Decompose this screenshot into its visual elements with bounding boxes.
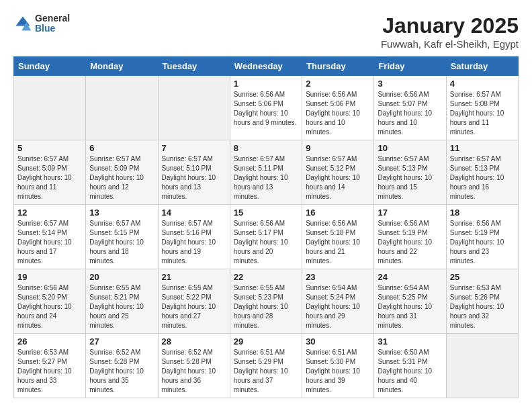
day-info: Sunrise: 6:57 AMSunset: 5:11 PMDaylight … — [234, 154, 298, 201]
calendar-cell: 20Sunrise: 6:55 AMSunset: 5:21 PMDayligh… — [86, 269, 158, 334]
calendar-cell: 31Sunrise: 6:50 AMSunset: 5:31 PMDayligh… — [374, 334, 446, 398]
week-row-0: 1Sunrise: 6:56 AMSunset: 5:06 PMDaylight… — [14, 76, 519, 140]
day-number: 2 — [306, 79, 370, 89]
weekday-header-thursday: Thursday — [302, 57, 374, 76]
calendar-cell: 15Sunrise: 6:56 AMSunset: 5:17 PMDayligh… — [230, 205, 302, 269]
calendar-cell: 23Sunrise: 6:54 AMSunset: 5:24 PMDayligh… — [302, 269, 374, 334]
weekday-header-wednesday: Wednesday — [230, 57, 302, 76]
day-number: 28 — [162, 336, 226, 347]
day-number: 20 — [89, 272, 154, 282]
calendar-cell: 14Sunrise: 6:57 AMSunset: 5:16 PMDayligh… — [158, 205, 230, 269]
calendar-cell: 9Sunrise: 6:57 AMSunset: 5:12 PMDaylight… — [302, 140, 374, 205]
day-number: 10 — [378, 143, 442, 153]
day-info: Sunrise: 6:57 AMSunset: 5:13 PMDaylight … — [450, 154, 515, 201]
calendar-cell: 8Sunrise: 6:57 AMSunset: 5:11 PMDaylight… — [230, 140, 302, 205]
calendar-table: SundayMondayTuesdayWednesdayThursdayFrid… — [13, 56, 519, 398]
day-info: Sunrise: 6:51 AMSunset: 5:29 PMDaylight … — [234, 348, 298, 395]
month-title: January 2025 — [381, 13, 519, 38]
calendar-cell: 22Sunrise: 6:55 AMSunset: 5:23 PMDayligh… — [230, 269, 302, 334]
calendar-cell: 13Sunrise: 6:57 AMSunset: 5:15 PMDayligh… — [86, 205, 158, 269]
day-number: 24 — [378, 272, 442, 282]
day-info: Sunrise: 6:53 AMSunset: 5:27 PMDaylight … — [17, 348, 82, 395]
calendar-cell: 29Sunrise: 6:51 AMSunset: 5:29 PMDayligh… — [230, 334, 302, 398]
day-info: Sunrise: 6:53 AMSunset: 5:26 PMDaylight … — [450, 283, 515, 330]
day-number: 31 — [378, 336, 442, 347]
week-row-1: 5Sunrise: 6:57 AMSunset: 5:09 PMDaylight… — [14, 140, 519, 205]
page-header: General Blue January 2025 Fuwwah, Kafr e… — [13, 13, 519, 50]
logo-general: General — [35, 13, 70, 24]
day-number: 14 — [162, 208, 226, 218]
calendar-cell: 28Sunrise: 6:52 AMSunset: 5:28 PMDayligh… — [158, 334, 230, 398]
day-info: Sunrise: 6:57 AMSunset: 5:08 PMDaylight … — [450, 90, 515, 137]
calendar-cell — [446, 334, 518, 398]
day-number: 27 — [89, 336, 154, 347]
day-info: Sunrise: 6:56 AMSunset: 5:06 PMDaylight … — [234, 90, 298, 128]
day-info: Sunrise: 6:57 AMSunset: 5:13 PMDaylight … — [378, 154, 442, 201]
calendar-cell: 24Sunrise: 6:54 AMSunset: 5:25 PMDayligh… — [374, 269, 446, 334]
week-row-4: 26Sunrise: 6:53 AMSunset: 5:27 PMDayligh… — [14, 334, 519, 398]
day-info: Sunrise: 6:56 AMSunset: 5:07 PMDaylight … — [378, 90, 442, 137]
svg-marker-1 — [16, 17, 30, 26]
day-number: 22 — [234, 272, 298, 282]
day-number: 11 — [450, 143, 515, 153]
day-number: 1 — [234, 79, 298, 89]
logo-text: General Blue — [35, 13, 70, 34]
week-row-2: 12Sunrise: 6:57 AMSunset: 5:14 PMDayligh… — [14, 205, 519, 269]
day-number: 18 — [450, 208, 515, 218]
day-info: Sunrise: 6:57 AMSunset: 5:12 PMDaylight … — [306, 154, 370, 201]
day-info: Sunrise: 6:51 AMSunset: 5:30 PMDaylight … — [306, 348, 370, 395]
calendar-cell — [14, 76, 86, 140]
day-info: Sunrise: 6:50 AMSunset: 5:31 PMDaylight … — [378, 348, 442, 395]
day-info: Sunrise: 6:56 AMSunset: 5:06 PMDaylight … — [306, 90, 370, 137]
calendar-cell: 30Sunrise: 6:51 AMSunset: 5:30 PMDayligh… — [302, 334, 374, 398]
day-info: Sunrise: 6:52 AMSunset: 5:28 PMDaylight … — [162, 348, 226, 395]
day-number: 16 — [306, 208, 370, 218]
day-info: Sunrise: 6:54 AMSunset: 5:25 PMDaylight … — [378, 283, 442, 330]
weekday-header-tuesday: Tuesday — [158, 57, 230, 76]
day-info: Sunrise: 6:56 AMSunset: 5:19 PMDaylight … — [450, 219, 515, 266]
day-info: Sunrise: 6:57 AMSunset: 5:16 PMDaylight … — [162, 219, 226, 266]
day-number: 8 — [234, 143, 298, 153]
calendar-cell: 6Sunrise: 6:57 AMSunset: 5:09 PMDaylight… — [86, 140, 158, 205]
weekday-header-friday: Friday — [374, 57, 446, 76]
day-info: Sunrise: 6:57 AMSunset: 5:09 PMDaylight … — [17, 154, 82, 201]
logo-icon — [13, 14, 32, 33]
day-number: 7 — [162, 143, 226, 153]
calendar-cell: 5Sunrise: 6:57 AMSunset: 5:09 PMDaylight… — [14, 140, 86, 205]
logo: General Blue — [13, 13, 70, 34]
calendar-cell: 16Sunrise: 6:56 AMSunset: 5:18 PMDayligh… — [302, 205, 374, 269]
week-row-3: 19Sunrise: 6:56 AMSunset: 5:20 PMDayligh… — [14, 269, 519, 334]
day-number: 12 — [17, 208, 82, 218]
calendar-cell: 11Sunrise: 6:57 AMSunset: 5:13 PMDayligh… — [446, 140, 518, 205]
calendar-cell: 2Sunrise: 6:56 AMSunset: 5:06 PMDaylight… — [302, 76, 374, 140]
day-number: 26 — [17, 336, 82, 347]
day-number: 29 — [234, 336, 298, 347]
day-number: 15 — [234, 208, 298, 218]
calendar-cell: 27Sunrise: 6:52 AMSunset: 5:28 PMDayligh… — [86, 334, 158, 398]
day-number: 21 — [162, 272, 226, 282]
day-info: Sunrise: 6:55 AMSunset: 5:23 PMDaylight … — [234, 283, 298, 330]
day-info: Sunrise: 6:57 AMSunset: 5:15 PMDaylight … — [89, 219, 154, 266]
day-info: Sunrise: 6:56 AMSunset: 5:20 PMDaylight … — [17, 283, 82, 330]
calendar-cell: 1Sunrise: 6:56 AMSunset: 5:06 PMDaylight… — [230, 76, 302, 140]
weekday-header-monday: Monday — [86, 57, 158, 76]
day-info: Sunrise: 6:56 AMSunset: 5:18 PMDaylight … — [306, 219, 370, 266]
day-number: 13 — [89, 208, 154, 218]
logo-blue: Blue — [35, 24, 70, 34]
day-number: 5 — [17, 143, 82, 153]
day-number: 30 — [306, 336, 370, 347]
day-info: Sunrise: 6:55 AMSunset: 5:21 PMDaylight … — [89, 283, 154, 330]
calendar-cell: 25Sunrise: 6:53 AMSunset: 5:26 PMDayligh… — [446, 269, 518, 334]
title-block: January 2025 Fuwwah, Kafr el-Sheikh, Egy… — [381, 13, 519, 50]
day-number: 25 — [450, 272, 515, 282]
day-info: Sunrise: 6:57 AMSunset: 5:14 PMDaylight … — [17, 219, 82, 266]
calendar-cell: 12Sunrise: 6:57 AMSunset: 5:14 PMDayligh… — [14, 205, 86, 269]
day-number: 23 — [306, 272, 370, 282]
calendar-cell: 4Sunrise: 6:57 AMSunset: 5:08 PMDaylight… — [446, 76, 518, 140]
day-number: 3 — [378, 79, 442, 89]
location: Fuwwah, Kafr el-Sheikh, Egypt — [381, 38, 519, 50]
calendar-cell: 10Sunrise: 6:57 AMSunset: 5:13 PMDayligh… — [374, 140, 446, 205]
calendar-cell: 21Sunrise: 6:55 AMSunset: 5:22 PMDayligh… — [158, 269, 230, 334]
calendar-cell: 19Sunrise: 6:56 AMSunset: 5:20 PMDayligh… — [14, 269, 86, 334]
day-info: Sunrise: 6:55 AMSunset: 5:22 PMDaylight … — [162, 283, 226, 330]
